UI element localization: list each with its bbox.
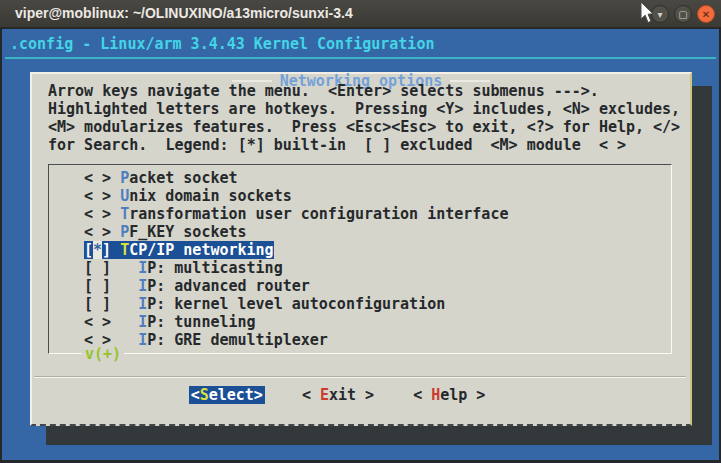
- menu-item-ip-gre-demultiplexer[interactable]: < > IP: GRE demultiplexer: [49, 331, 671, 349]
- selected-row: [*] TCP/IP networking: [84, 241, 274, 259]
- item-hotkey: I: [138, 331, 147, 349]
- menu-listbox: < > Packet socket < > Unix domain socket…: [48, 164, 672, 354]
- item-hotkey: I: [138, 313, 147, 331]
- text-cursor-cell: *: [93, 241, 102, 259]
- instruction-line: for Search. Legend: [*] built-in [ ] exc…: [48, 136, 680, 154]
- button-separator-line: [34, 376, 686, 378]
- menu-item-ip-multicasting[interactable]: [ ] IP: multicasting: [49, 259, 671, 277]
- button-hotkey: E: [320, 386, 329, 404]
- item-state: < >: [84, 205, 111, 223]
- item-hotkey: P: [120, 169, 129, 187]
- item-label: F_KEY sockets: [129, 223, 246, 241]
- terminal-window: viper@moblinux: ~/OLINUXINO/a13micro/sun…: [0, 0, 721, 463]
- item-label: P: kernel level autoconfiguration: [147, 295, 445, 313]
- close-button[interactable]: ✕: [697, 5, 715, 23]
- item-state: < >: [84, 313, 111, 331]
- menu-item-packet-socket[interactable]: < > Packet socket: [49, 165, 671, 187]
- window-titlebar[interactable]: viper@moblinux: ~/OLINUXINO/a13micro/sun…: [0, 0, 721, 28]
- networking-options-dialog: Networking options Arrow keys navigate t…: [30, 72, 692, 426]
- item-label: ransformation user configuration interfa…: [129, 205, 508, 223]
- minimize-icon: ▾: [657, 9, 662, 20]
- help-button[interactable]: < Help >: [411, 386, 487, 404]
- terminal-screen: .config - Linux/arm 3.4.43 Kernel Config…: [2, 29, 719, 460]
- button-hotkey: H: [431, 386, 440, 404]
- scroll-more-indicator: v(+): [82, 345, 124, 363]
- dialog-button-row: <Select> < Exit > < Help >: [9, 386, 667, 404]
- exit-button[interactable]: < Exit >: [300, 386, 376, 404]
- instruction-line: Arrow keys navigate the menu. <Enter> se…: [48, 82, 680, 100]
- select-button[interactable]: <Select>: [189, 386, 265, 404]
- mouse-pointer-icon: [637, 1, 654, 25]
- item-state: < >: [84, 223, 111, 241]
- item-hotkey: U: [120, 187, 129, 205]
- item-state: < >: [84, 169, 111, 187]
- item-hotkey: T: [120, 241, 129, 259]
- item-label: nix domain sockets: [129, 187, 292, 205]
- kernel-config-header: .config - Linux/arm 3.4.43 Kernel Config…: [10, 35, 434, 53]
- menu-item-tcpip-networking-selected[interactable]: [*] TCP/IP networking: [49, 241, 671, 259]
- item-label: P: advanced router: [147, 277, 310, 295]
- menu-item-ip-kernel-autoconfig[interactable]: [ ] IP: kernel level autoconfiguration: [49, 295, 671, 313]
- item-label: P: GRE demultiplexer: [147, 331, 328, 349]
- button-hotkey: S: [200, 386, 209, 404]
- item-state: [ ]: [84, 277, 111, 295]
- menu-item-unix-domain-sockets[interactable]: < > Unix domain sockets: [49, 187, 671, 205]
- item-state: [ ]: [84, 259, 111, 277]
- menu-item-ip-tunneling[interactable]: < > IP: tunneling: [49, 313, 671, 331]
- window-title: viper@moblinux: ~/OLINUXINO/a13micro/sun…: [15, 5, 353, 21]
- item-hotkey: I: [138, 295, 147, 313]
- item-label: acket socket: [129, 169, 237, 187]
- item-hotkey: I: [138, 277, 147, 295]
- header-separator-line: [5, 57, 716, 59]
- item-state: < >: [84, 187, 111, 205]
- item-state: [ ]: [84, 295, 111, 313]
- item-label: P: multicasting: [147, 259, 282, 277]
- dialog-instructions: Arrow keys navigate the menu. <Enter> se…: [48, 82, 680, 154]
- instruction-line: Highlighted letters are hotkeys. Pressin…: [48, 100, 680, 118]
- close-icon: ✕: [702, 9, 710, 20]
- item-label: P: tunneling: [147, 313, 255, 331]
- menu-item-ip-advanced-router[interactable]: [ ] IP: advanced router: [49, 277, 671, 295]
- item-hotkey: T: [120, 205, 129, 223]
- item-hotkey: I: [138, 259, 147, 277]
- instruction-line: <M> modularizes features. Press <Esc><Es…: [48, 118, 680, 136]
- item-label: CP/IP networking: [129, 241, 274, 259]
- maximize-button[interactable]: ▢: [674, 5, 692, 23]
- menu-item-pf-key-sockets[interactable]: < > PF_KEY sockets: [49, 223, 671, 241]
- item-hotkey: P: [120, 223, 129, 241]
- maximize-icon: ▢: [678, 9, 687, 20]
- menu-item-transformation-user-config[interactable]: < > Transformation user configuration in…: [49, 205, 671, 223]
